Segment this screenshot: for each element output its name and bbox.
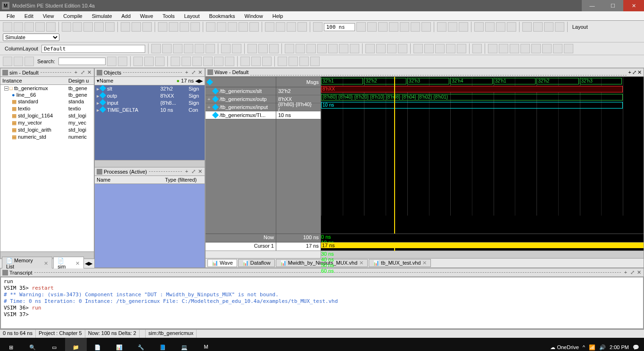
tl6-icon[interactable] — [542, 44, 552, 53]
mem-icon[interactable] — [217, 22, 226, 32]
sfwd-icon[interactable] — [118, 57, 127, 66]
col2-icon[interactable] — [251, 57, 261, 66]
ins-icon[interactable] — [3, 57, 12, 66]
sim-row-standard[interactable]: ▦ standardstanda — [0, 98, 94, 105]
menu-compile[interactable]: Compile — [59, 13, 86, 19]
az-icon[interactable] — [206, 22, 215, 32]
ins3-icon[interactable] — [25, 57, 34, 66]
zmr-icon[interactable] — [225, 57, 234, 66]
zoom2-icon[interactable] — [485, 22, 495, 32]
run-icon[interactable] — [265, 22, 274, 32]
col1-icon[interactable] — [240, 57, 250, 66]
tl2-icon[interactable] — [499, 44, 508, 53]
obj-row-TIME_DELTA[interactable]: ▸TIME_DELTA10 nsCon — [95, 107, 205, 114]
obj-hscroll[interactable] — [95, 160, 205, 167]
t2e-icon[interactable] — [195, 44, 204, 53]
menu-help[interactable]: Help — [269, 13, 287, 19]
time-box[interactable]: 100 ns — [324, 23, 355, 31]
g1-icon[interactable] — [248, 44, 257, 53]
obj-close-icon[interactable]: ✕ — [197, 69, 203, 75]
all-icon[interactable] — [339, 44, 348, 53]
proc-add-icon[interactable]: + — [184, 168, 190, 175]
wave3-icon[interactable] — [190, 22, 200, 32]
find-icon[interactable] — [132, 22, 141, 32]
tray-vol-icon[interactable]: 🔊 — [599, 344, 606, 351]
gear2-icon[interactable] — [376, 44, 386, 53]
cursor-tick[interactable]: 17 ns — [321, 242, 644, 248]
sim-row-std_logic_1164[interactable]: ▦ std_logic_1164std_logi — [0, 112, 94, 119]
new-icon[interactable] — [3, 22, 12, 32]
gear3-icon[interactable] — [387, 44, 396, 53]
t2a-icon[interactable] — [151, 44, 161, 53]
wave-set2-icon[interactable] — [289, 57, 298, 66]
mem3-icon[interactable] — [239, 22, 248, 32]
tab-nav[interactable]: ◀▶ — [85, 260, 92, 267]
proc-undock-icon[interactable]: ⤢ — [190, 168, 196, 175]
mem4-icon[interactable] — [249, 22, 259, 32]
left-icon[interactable] — [287, 22, 296, 32]
layout-select[interactable]: Simulate — [3, 33, 59, 41]
zoom3-icon[interactable] — [496, 22, 505, 32]
proc-close-icon[interactable]: ✕ — [197, 168, 203, 175]
col3-icon[interactable] — [262, 57, 272, 66]
tray-onedrive[interactable]: ☁ OneDrive — [550, 344, 579, 351]
task-2[interactable]: 📄 — [87, 338, 108, 351]
up-icon[interactable] — [276, 22, 285, 32]
right-icon[interactable] — [297, 22, 307, 32]
xx1-icon[interactable] — [221, 44, 231, 53]
menu-wave[interactable]: Wave — [136, 13, 157, 19]
t2f-icon[interactable] — [206, 44, 215, 53]
copy-icon[interactable] — [73, 22, 82, 32]
b2-icon[interactable] — [533, 22, 543, 32]
wave-set3-icon[interactable] — [299, 57, 309, 66]
obj-add-icon[interactable]: + — [184, 69, 190, 75]
task-6[interactable]: 💻 — [173, 338, 195, 351]
wave2-icon[interactable] — [180, 22, 189, 32]
sim-undock-icon[interactable]: ⤢ — [80, 69, 85, 75]
obj-row-slt[interactable]: ▸slt32'h2Sign — [95, 85, 205, 92]
ptr-icon[interactable] — [413, 44, 423, 53]
task-5[interactable]: 📘 — [152, 338, 173, 351]
tab-dataflow[interactable]: 📊 Dataflow — [238, 259, 275, 267]
redo-icon[interactable] — [105, 22, 115, 32]
zmi-icon[interactable] — [171, 57, 180, 66]
sim-tree[interactable]: −□ tb_genericmuxtb_gene● line__66tb_gene… — [0, 85, 94, 251]
menu-bookmarks[interactable]: Bookmarks — [206, 13, 239, 19]
task-4[interactable]: 🔧 — [130, 338, 152, 351]
l5-icon[interactable] — [328, 44, 338, 53]
menu-tools[interactable]: Tools — [159, 13, 179, 19]
obj-row-outp[interactable]: ▸outp8'hXXSign — [95, 92, 205, 100]
cov-icon[interactable] — [437, 22, 446, 32]
ins2-icon[interactable] — [14, 57, 23, 66]
arr-icon[interactable] — [435, 44, 445, 53]
menu-window[interactable]: Window — [241, 13, 267, 19]
gear4-icon[interactable] — [398, 44, 407, 53]
search-input[interactable] — [58, 58, 106, 65]
zml-icon[interactable] — [214, 57, 223, 66]
undo-icon[interactable] — [94, 22, 104, 32]
search-button[interactable]: 🔍 — [22, 338, 43, 351]
tl5-icon[interactable] — [531, 44, 541, 53]
processes-body[interactable] — [95, 184, 205, 267]
menu-layout[interactable]: Layout — [181, 13, 204, 19]
wave-set1-icon[interactable] — [278, 57, 287, 66]
wave-add-icon[interactable]: + — [628, 69, 631, 75]
wave-signal--tb-genericmux-input[interactable]: +/tb_genericmux/input — [206, 103, 276, 111]
run2-icon[interactable] — [378, 22, 388, 32]
t2d-icon[interactable] — [184, 44, 193, 53]
taskview-button[interactable]: ▭ — [43, 338, 65, 351]
tl8-icon[interactable] — [564, 44, 573, 53]
task-3[interactable]: 📊 — [108, 338, 130, 351]
l4-icon[interactable] — [317, 44, 327, 53]
col-layout-value[interactable]: Default — [41, 45, 145, 53]
start-button[interactable]: ⊞ — [0, 338, 22, 351]
tray-notif-icon[interactable]: 💬 — [633, 344, 639, 351]
tl3-icon[interactable] — [510, 44, 519, 53]
sq-icon[interactable] — [424, 44, 434, 53]
sim-row-line__66[interactable]: ● line__66tb_gene — [0, 92, 94, 98]
step-icon[interactable] — [356, 22, 366, 32]
print-icon[interactable] — [46, 22, 56, 32]
zoom1-icon[interactable] — [474, 22, 484, 32]
gear1-icon[interactable] — [365, 44, 375, 53]
wave-signal--tb-genericmux-TI---[interactable]: /tb_genericmux/TI... — [206, 111, 276, 119]
